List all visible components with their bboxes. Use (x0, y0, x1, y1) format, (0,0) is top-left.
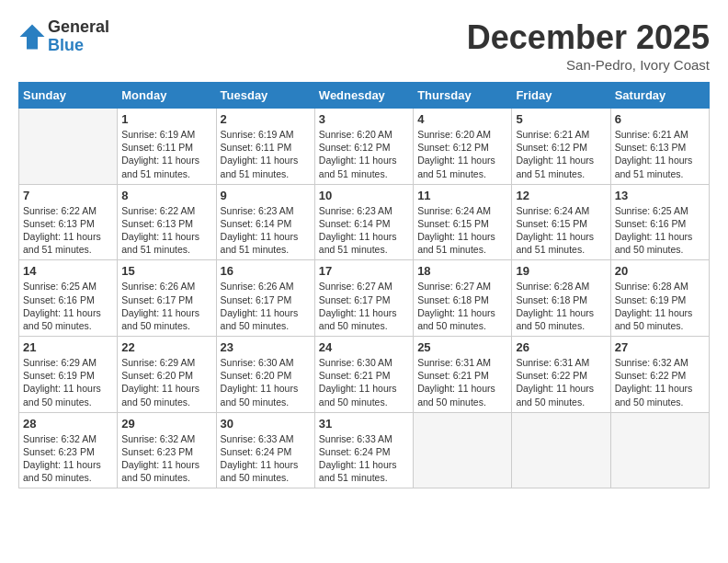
calendar-cell: 27Sunrise: 6:32 AMSunset: 6:22 PMDayligh… (610, 337, 709, 413)
day-detail: Sunrise: 6:31 AMSunset: 6:22 PMDaylight:… (516, 356, 606, 408)
day-detail: Sunrise: 6:21 AMSunset: 6:13 PMDaylight:… (615, 128, 705, 180)
calendar-cell: 3Sunrise: 6:20 AMSunset: 6:12 PMDaylight… (314, 109, 413, 185)
day-number: 16 (221, 264, 311, 278)
calendar-cell: 7Sunrise: 6:22 AMSunset: 6:13 PMDaylight… (19, 184, 118, 260)
day-number: 30 (221, 417, 311, 431)
day-detail: Sunrise: 6:32 AMSunset: 6:22 PMDaylight:… (615, 356, 705, 408)
day-number: 23 (221, 340, 311, 354)
calendar-cell: 9Sunrise: 6:23 AMSunset: 6:14 PMDaylight… (216, 184, 314, 260)
calendar-cell (610, 412, 709, 488)
day-number: 21 (23, 340, 113, 354)
calendar-week-3: 14Sunrise: 6:25 AMSunset: 6:16 PMDayligh… (19, 260, 710, 337)
day-number: 18 (417, 264, 507, 278)
header-wednesday: Wednesday (314, 83, 413, 109)
day-number: 20 (615, 264, 705, 278)
calendar-cell: 28Sunrise: 6:32 AMSunset: 6:23 PMDayligh… (19, 412, 118, 488)
day-number: 2 (221, 112, 311, 126)
svg-marker-0 (20, 24, 45, 49)
day-detail: Sunrise: 6:20 AMSunset: 6:12 PMDaylight:… (417, 128, 507, 180)
calendar-cell: 15Sunrise: 6:26 AMSunset: 6:17 PMDayligh… (118, 260, 216, 337)
calendar-cell: 26Sunrise: 6:31 AMSunset: 6:22 PMDayligh… (512, 337, 610, 413)
day-number: 9 (221, 189, 311, 202)
logo-blue: Blue (48, 37, 109, 55)
calendar-cell (19, 109, 118, 185)
day-detail: Sunrise: 6:19 AMSunset: 6:11 PMDaylight:… (121, 128, 211, 180)
calendar-cell: 13Sunrise: 6:25 AMSunset: 6:16 PMDayligh… (610, 184, 709, 260)
day-detail: Sunrise: 6:27 AMSunset: 6:18 PMDaylight:… (417, 280, 507, 332)
calendar-week-5: 28Sunrise: 6:32 AMSunset: 6:23 PMDayligh… (19, 412, 710, 488)
calendar-cell: 1Sunrise: 6:19 AMSunset: 6:11 PMDaylight… (118, 109, 216, 185)
day-detail: Sunrise: 6:21 AMSunset: 6:12 PMDaylight:… (516, 128, 606, 180)
calendar-cell: 2Sunrise: 6:19 AMSunset: 6:11 PMDaylight… (216, 109, 314, 185)
calendar-cell: 21Sunrise: 6:29 AMSunset: 6:19 PMDayligh… (19, 337, 118, 413)
calendar-cell: 6Sunrise: 6:21 AMSunset: 6:13 PMDaylight… (610, 109, 709, 185)
day-number: 22 (121, 340, 211, 354)
calendar-table: SundayMondayTuesdayWednesdayThursdayFrid… (18, 82, 710, 488)
day-number: 6 (615, 112, 705, 126)
day-number: 15 (121, 264, 211, 278)
calendar-cell: 25Sunrise: 6:31 AMSunset: 6:21 PMDayligh… (414, 337, 512, 413)
calendar-cell: 17Sunrise: 6:27 AMSunset: 6:17 PMDayligh… (314, 260, 413, 337)
month-title: December 2025 (467, 18, 710, 57)
day-detail: Sunrise: 6:19 AMSunset: 6:11 PMDaylight:… (221, 128, 311, 180)
day-number: 5 (516, 112, 606, 126)
day-number: 13 (615, 189, 705, 202)
page-header: General Blue December 2025 San-Pedro, Iv… (18, 18, 710, 73)
day-detail: Sunrise: 6:28 AMSunset: 6:19 PMDaylight:… (615, 280, 705, 332)
calendar-week-1: 1Sunrise: 6:19 AMSunset: 6:11 PMDaylight… (19, 109, 710, 185)
header-thursday: Thursday (414, 83, 512, 109)
day-detail: Sunrise: 6:23 AMSunset: 6:14 PMDaylight:… (221, 204, 311, 257)
day-detail: Sunrise: 6:27 AMSunset: 6:17 PMDaylight:… (319, 280, 409, 332)
header-monday: Monday (118, 83, 216, 109)
day-number: 29 (121, 417, 211, 431)
day-number: 10 (319, 189, 409, 202)
calendar-cell: 30Sunrise: 6:33 AMSunset: 6:24 PMDayligh… (216, 412, 314, 488)
calendar-cell: 23Sunrise: 6:30 AMSunset: 6:20 PMDayligh… (216, 337, 314, 413)
day-detail: Sunrise: 6:30 AMSunset: 6:21 PMDaylight:… (319, 356, 409, 408)
calendar-cell (414, 412, 512, 488)
day-detail: Sunrise: 6:31 AMSunset: 6:21 PMDaylight:… (417, 356, 507, 408)
day-detail: Sunrise: 6:28 AMSunset: 6:18 PMDaylight:… (516, 280, 606, 332)
calendar-cell: 8Sunrise: 6:22 AMSunset: 6:13 PMDaylight… (118, 184, 216, 260)
day-detail: Sunrise: 6:33 AMSunset: 6:24 PMDaylight:… (221, 432, 311, 485)
logo-general: General (48, 18, 109, 37)
day-detail: Sunrise: 6:22 AMSunset: 6:13 PMDaylight:… (23, 204, 113, 257)
day-number: 24 (319, 340, 409, 354)
day-number: 26 (516, 340, 606, 354)
day-detail: Sunrise: 6:29 AMSunset: 6:19 PMDaylight:… (23, 356, 113, 408)
logo-icon (18, 23, 46, 51)
calendar-cell (512, 412, 610, 488)
header-sunday: Sunday (19, 83, 118, 109)
day-detail: Sunrise: 6:26 AMSunset: 6:17 PMDaylight:… (121, 280, 211, 332)
calendar-cell: 10Sunrise: 6:23 AMSunset: 6:14 PMDayligh… (314, 184, 413, 260)
day-detail: Sunrise: 6:29 AMSunset: 6:20 PMDaylight:… (121, 356, 211, 408)
logo-text: General Blue (48, 18, 109, 55)
day-detail: Sunrise: 6:26 AMSunset: 6:17 PMDaylight:… (221, 280, 311, 332)
calendar-cell: 16Sunrise: 6:26 AMSunset: 6:17 PMDayligh… (216, 260, 314, 337)
day-number: 8 (121, 189, 211, 202)
calendar-cell: 31Sunrise: 6:33 AMSunset: 6:24 PMDayligh… (314, 412, 413, 488)
title-block: December 2025 San-Pedro, Ivory Coast (467, 18, 710, 73)
day-detail: Sunrise: 6:25 AMSunset: 6:16 PMDaylight:… (615, 204, 705, 257)
calendar-header-row: SundayMondayTuesdayWednesdayThursdayFrid… (19, 83, 710, 109)
day-detail: Sunrise: 6:23 AMSunset: 6:14 PMDaylight:… (319, 204, 409, 257)
day-number: 17 (319, 264, 409, 278)
day-number: 25 (417, 340, 507, 354)
calendar-cell: 20Sunrise: 6:28 AMSunset: 6:19 PMDayligh… (610, 260, 709, 337)
day-number: 7 (23, 189, 113, 202)
location: San-Pedro, Ivory Coast (467, 57, 710, 73)
calendar-cell: 5Sunrise: 6:21 AMSunset: 6:12 PMDaylight… (512, 109, 610, 185)
calendar-cell: 11Sunrise: 6:24 AMSunset: 6:15 PMDayligh… (414, 184, 512, 260)
day-detail: Sunrise: 6:33 AMSunset: 6:24 PMDaylight:… (319, 432, 409, 485)
day-detail: Sunrise: 6:22 AMSunset: 6:13 PMDaylight:… (121, 204, 211, 257)
day-detail: Sunrise: 6:24 AMSunset: 6:15 PMDaylight:… (417, 204, 507, 257)
day-number: 3 (319, 112, 409, 126)
day-number: 31 (319, 417, 409, 431)
day-number: 28 (23, 417, 113, 431)
day-number: 27 (615, 340, 705, 354)
day-number: 14 (23, 264, 113, 278)
day-number: 1 (121, 112, 211, 126)
calendar-cell: 19Sunrise: 6:28 AMSunset: 6:18 PMDayligh… (512, 260, 610, 337)
calendar-cell: 12Sunrise: 6:24 AMSunset: 6:15 PMDayligh… (512, 184, 610, 260)
logo: General Blue (18, 18, 109, 55)
